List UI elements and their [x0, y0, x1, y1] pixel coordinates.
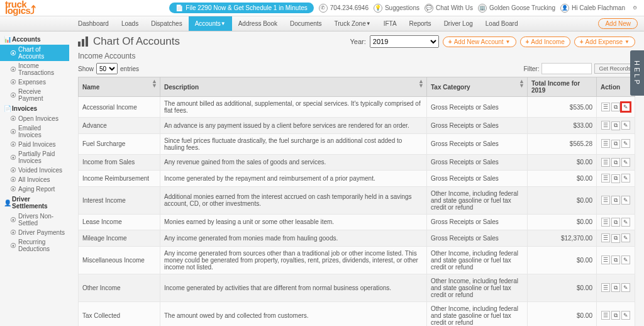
suggestions-link[interactable]: 💡Suggestions [374, 4, 419, 13]
detail-icon[interactable]: ☰ [601, 158, 610, 167]
group-icon: 📊 [4, 36, 9, 43]
nav-ifta[interactable]: IFTA [377, 16, 403, 31]
edit-icon[interactable]: ✎ [621, 158, 630, 167]
sidebar-item-driver-payments[interactable]: ⦿Driver Payments [0, 228, 69, 237]
sidebar-item-open-invoices[interactable]: ⦿Open Invoices [0, 114, 69, 123]
nav-load-board[interactable]: Load Board [479, 16, 525, 31]
company-link[interactable]: 🏢Golden Goose Trucking [478, 4, 555, 13]
detail-icon[interactable]: ☰ [601, 196, 610, 205]
copy-icon[interactable]: ⧉ [611, 174, 620, 183]
sidebar-item-recurring-deductions[interactable]: ⦿Recurring Deductions [0, 237, 69, 254]
logo[interactable]: trucklogics⤴ [5, 1, 36, 15]
copy-icon[interactable]: ⧉ [611, 158, 620, 167]
detail-icon[interactable]: ☰ [601, 121, 610, 130]
nav-documents[interactable]: Documents [284, 16, 328, 31]
col-name[interactable]: Name▲▼ [79, 77, 160, 97]
nav-reports[interactable]: Reports [403, 16, 438, 31]
sidebar-item-voided-invoices[interactable]: ⦿Voided Invoices [0, 166, 69, 175]
edit-icon[interactable]: ✎ [621, 139, 630, 148]
cell-name: Mileage Income [79, 230, 160, 247]
sidebar-item-income-transactions[interactable]: ⦿Income Transactions [0, 61, 69, 77]
col-total-income-for-2019[interactable]: Total Income for 2019 [528, 77, 597, 97]
phone-link[interactable]: ✆704.234.6946 [319, 4, 369, 13]
copy-icon[interactable]: ⧉ [611, 103, 620, 111]
detail-icon[interactable]: ☰ [601, 311, 610, 320]
add-new-button[interactable]: Add New [598, 18, 638, 29]
entries-label: entries [120, 65, 139, 72]
sidebar-item-emailed-invoices[interactable]: ⦿Emailed Invoices [0, 123, 69, 140]
col-action[interactable]: Action [597, 77, 635, 97]
cell-total: $12,370.00 [528, 230, 597, 247]
copy-icon[interactable]: ⧉ [611, 311, 620, 320]
sidebar-item-all-invoices[interactable]: ⦿All Invoices [0, 175, 69, 184]
nav-truck-zone[interactable]: Truck Zone ▼ [328, 16, 377, 31]
nav-dispatches[interactable]: Dispatches [145, 16, 188, 31]
cell-actions: ☰⧉✎ [597, 133, 635, 154]
copy-icon[interactable]: ⧉ [611, 256, 620, 264]
detail-icon[interactable]: ☰ [601, 233, 610, 242]
detail-icon[interactable]: ☰ [601, 218, 610, 227]
edit-icon[interactable]: ✎ [621, 233, 630, 242]
filter-input[interactable] [541, 63, 592, 74]
help-tab[interactable]: HELP [630, 50, 644, 96]
copy-icon[interactable]: ⧉ [611, 218, 620, 227]
sidebar-item-partially-paid-invoices[interactable]: ⦿Partially Paid Invoices [0, 149, 69, 166]
cell-tax: Gross Receipts or Sales [427, 154, 528, 171]
cell-total: $0.00 [528, 246, 597, 274]
edit-icon[interactable]: ✎ [621, 283, 630, 292]
edit-icon[interactable]: ✎ [621, 196, 630, 205]
year-select[interactable]: 2019 [370, 35, 439, 48]
detail-icon[interactable]: ☰ [601, 283, 610, 292]
clock-icon: ⦿ [10, 92, 16, 99]
cell-tax: Other Income, including federal and stat… [427, 301, 528, 326]
nav-driver-log[interactable]: Driver Log [438, 16, 479, 31]
nav-loads[interactable]: Loads [115, 16, 145, 31]
nav-dashboard[interactable]: Dashboard [72, 16, 115, 31]
sidebar-group-accounts[interactable]: 📊Accounts [0, 34, 69, 45]
cell-tax: Gross Receipts or Sales [427, 230, 528, 247]
detail-icon[interactable]: ☰ [601, 256, 610, 264]
sidebar-group-invoices[interactable]: 📄Invoices [0, 103, 69, 114]
table-row: Accessorial IncomeThe amount billed as a… [79, 97, 635, 118]
chart-icon [78, 37, 89, 47]
sidebar-item-chart-of-accounts[interactable]: ⦿Chart of Accounts [0, 45, 69, 61]
promo-ribbon[interactable]: 📄 File 2290 Now & Get Schedule 1 in Minu… [169, 3, 313, 13]
get-records-button[interactable]: Get Records [594, 64, 635, 74]
copy-icon[interactable]: ⧉ [611, 283, 620, 292]
edit-icon[interactable]: ✎ [621, 121, 630, 130]
clock-icon: ⦿ [10, 50, 16, 57]
cell-actions: ☰⧉✎ [597, 214, 635, 230]
copy-icon[interactable]: ⧉ [611, 234, 620, 243]
detail-icon[interactable]: ☰ [601, 174, 610, 183]
edit-icon[interactable]: ✎ [621, 103, 630, 111]
sidebar-group-driver-settlements[interactable]: 👤Driver Settlements [0, 194, 69, 211]
detail-icon[interactable]: ☰ [601, 103, 610, 111]
sidebar-item-drivers-non-settled[interactable]: ⦿Drivers Non-Settled [0, 211, 69, 228]
edit-icon[interactable]: ✎ [621, 174, 630, 183]
edit-icon[interactable]: ✎ [621, 256, 630, 264]
copy-icon[interactable]: ⧉ [611, 121, 620, 130]
cell-total: $0.00 [528, 154, 597, 171]
col-description[interactable]: Description▲▼ [160, 77, 427, 97]
nav-address-book[interactable]: Address Book [232, 16, 284, 31]
nav-accounts[interactable]: Accounts ▼ [189, 16, 232, 31]
add-expense-button[interactable]: +Add Expense▼ [574, 37, 635, 47]
page-size-select[interactable]: 50 [96, 63, 118, 74]
add-new-account-button[interactable]: +Add New Account▼ [443, 37, 516, 47]
sidebar-item-aging-report[interactable]: ⦿Aging Report [0, 184, 69, 194]
copy-icon[interactable]: ⧉ [611, 140, 620, 149]
sidebar-item-paid-invoices[interactable]: ⦿Paid Invoices [0, 140, 69, 149]
clock-icon: ⦿ [10, 176, 16, 183]
gear-icon[interactable]: ⚙ [630, 4, 639, 13]
col-tax-category[interactable]: Tax Category▲▼ [427, 77, 528, 97]
chat-link[interactable]: 💬Chat With Us [425, 4, 473, 13]
detail-icon[interactable]: ☰ [601, 139, 610, 148]
add-income-button[interactable]: +Add Income [520, 37, 570, 47]
sidebar-item-expenses[interactable]: ⦿Expenses [0, 77, 69, 87]
copy-icon[interactable]: ⧉ [611, 196, 620, 205]
cell-name: Accessorial Income [79, 97, 160, 118]
edit-icon[interactable]: ✎ [621, 311, 630, 320]
user-greeting[interactable]: 👤Hi Caleb Flachman [560, 4, 625, 13]
edit-icon[interactable]: ✎ [621, 218, 630, 227]
sidebar-item-receive-payment[interactable]: ⦿Receive Payment [0, 87, 69, 103]
